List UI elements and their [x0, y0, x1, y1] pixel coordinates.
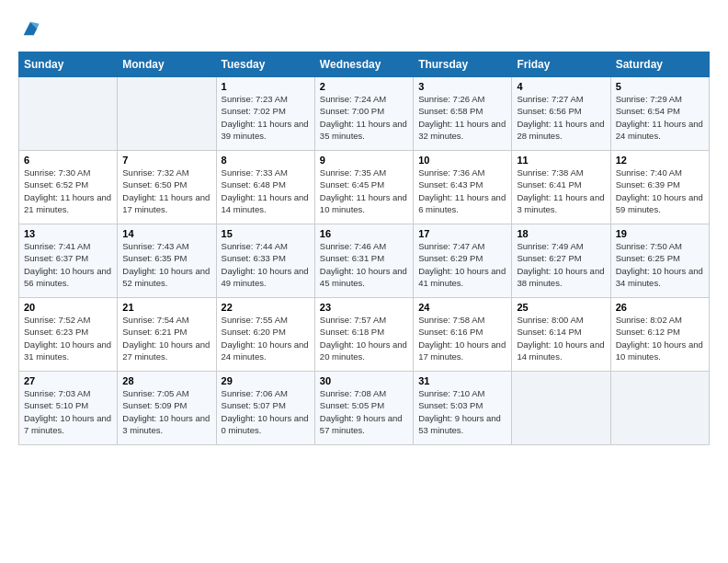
day-number: 6 — [24, 155, 112, 166]
day-detail: Sunrise: 7:57 AM Sunset: 6:18 PM Dayligh… — [320, 314, 408, 362]
day-header: Monday — [118, 52, 216, 77]
calendar-cell: 31Sunrise: 7:10 AM Sunset: 5:03 PM Dayli… — [414, 372, 512, 445]
day-detail: Sunrise: 7:50 AM Sunset: 6:25 PM Dayligh… — [616, 240, 704, 289]
day-detail: Sunrise: 8:00 AM Sunset: 6:14 PM Dayligh… — [517, 314, 605, 362]
day-detail: Sunrise: 7:46 AM Sunset: 6:31 PM Dayligh… — [320, 240, 408, 289]
day-detail: Sunrise: 7:10 AM Sunset: 5:03 PM Dayligh… — [418, 387, 506, 436]
day-number: 25 — [517, 302, 605, 313]
day-detail: Sunrise: 7:08 AM Sunset: 5:05 PM Dayligh… — [320, 387, 408, 436]
day-number: 29 — [222, 375, 310, 386]
day-number: 21 — [122, 302, 210, 313]
day-number: 24 — [418, 302, 506, 313]
day-header: Friday — [512, 52, 610, 77]
day-detail: Sunrise: 7:38 AM Sunset: 6:41 PM Dayligh… — [517, 167, 605, 215]
day-number: 4 — [517, 81, 605, 92]
calendar-cell: 8Sunrise: 7:33 AM Sunset: 6:48 PM Daylig… — [216, 151, 314, 224]
calendar-cell: 26Sunrise: 8:02 AM Sunset: 6:12 PM Dayli… — [610, 298, 709, 372]
calendar-cell: 2Sunrise: 7:24 AM Sunset: 7:00 PM Daylig… — [314, 77, 413, 151]
day-detail: Sunrise: 7:23 AM Sunset: 7:02 PM Dayligh… — [222, 93, 310, 142]
day-detail: Sunrise: 7:41 AM Sunset: 6:37 PM Dayligh… — [24, 240, 112, 289]
day-number: 9 — [320, 155, 408, 166]
calendar-week-row: 1Sunrise: 7:23 AM Sunset: 7:02 PM Daylig… — [19, 77, 710, 151]
calendar-cell: 15Sunrise: 7:44 AM Sunset: 6:33 PM Dayli… — [216, 224, 314, 298]
day-detail: Sunrise: 7:52 AM Sunset: 6:23 PM Dayligh… — [24, 314, 112, 362]
calendar-cell: 14Sunrise: 7:43 AM Sunset: 6:35 PM Dayli… — [118, 224, 216, 298]
calendar-cell: 18Sunrise: 7:49 AM Sunset: 6:27 PM Dayli… — [512, 224, 610, 298]
day-detail: Sunrise: 7:43 AM Sunset: 6:35 PM Dayligh… — [122, 240, 210, 289]
day-number: 1 — [222, 81, 310, 92]
day-detail: Sunrise: 7:33 AM Sunset: 6:48 PM Dayligh… — [222, 167, 310, 215]
calendar-cell: 19Sunrise: 7:50 AM Sunset: 6:25 PM Dayli… — [610, 224, 709, 298]
logo-icon — [20, 18, 40, 39]
day-number: 23 — [320, 302, 408, 313]
calendar-cell: 5Sunrise: 7:29 AM Sunset: 6:54 PM Daylig… — [610, 77, 709, 151]
day-number: 13 — [24, 228, 112, 239]
day-number: 7 — [122, 155, 210, 166]
day-detail: Sunrise: 7:32 AM Sunset: 6:50 PM Dayligh… — [122, 167, 210, 215]
day-number: 8 — [222, 155, 310, 166]
calendar-cell: 10Sunrise: 7:36 AM Sunset: 6:43 PM Dayli… — [414, 151, 512, 224]
day-detail: Sunrise: 7:24 AM Sunset: 7:00 PM Dayligh… — [320, 93, 408, 142]
day-detail: Sunrise: 7:36 AM Sunset: 6:43 PM Dayligh… — [418, 167, 506, 215]
day-number: 10 — [418, 155, 506, 166]
day-number: 5 — [616, 81, 704, 92]
day-detail: Sunrise: 7:54 AM Sunset: 6:21 PM Dayligh… — [122, 314, 210, 362]
day-number: 2 — [320, 81, 408, 92]
day-number: 28 — [122, 375, 210, 386]
day-detail: Sunrise: 7:03 AM Sunset: 5:10 PM Dayligh… — [24, 387, 112, 436]
day-detail: Sunrise: 7:47 AM Sunset: 6:29 PM Dayligh… — [418, 240, 506, 289]
day-detail: Sunrise: 7:05 AM Sunset: 5:09 PM Dayligh… — [122, 387, 210, 436]
calendar-cell: 4Sunrise: 7:27 AM Sunset: 6:56 PM Daylig… — [512, 77, 610, 151]
day-detail: Sunrise: 7:06 AM Sunset: 5:07 PM Dayligh… — [222, 387, 310, 436]
day-number: 26 — [616, 302, 704, 313]
day-header: Tuesday — [216, 52, 314, 77]
calendar-cell — [512, 372, 610, 445]
day-detail: Sunrise: 7:55 AM Sunset: 6:20 PM Dayligh… — [222, 314, 310, 362]
calendar-cell: 30Sunrise: 7:08 AM Sunset: 5:05 PM Dayli… — [314, 372, 413, 445]
calendar-cell: 20Sunrise: 7:52 AM Sunset: 6:23 PM Dayli… — [19, 298, 118, 372]
calendar-cell: 16Sunrise: 7:46 AM Sunset: 6:31 PM Dayli… — [314, 224, 413, 298]
calendar-cell: 9Sunrise: 7:35 AM Sunset: 6:45 PM Daylig… — [314, 151, 413, 224]
calendar-cell: 23Sunrise: 7:57 AM Sunset: 6:18 PM Dayli… — [314, 298, 413, 372]
calendar-week-row: 27Sunrise: 7:03 AM Sunset: 5:10 PM Dayli… — [19, 372, 710, 445]
calendar-header-row: SundayMondayTuesdayWednesdayThursdayFrid… — [19, 52, 710, 77]
calendar-cell: 1Sunrise: 7:23 AM Sunset: 7:02 PM Daylig… — [216, 77, 314, 151]
day-number: 3 — [418, 81, 506, 92]
day-header: Sunday — [19, 52, 118, 77]
calendar-cell: 6Sunrise: 7:30 AM Sunset: 6:52 PM Daylig… — [19, 151, 118, 224]
calendar-cell: 17Sunrise: 7:47 AM Sunset: 6:29 PM Dayli… — [414, 224, 512, 298]
calendar-cell — [19, 77, 118, 151]
day-number: 19 — [616, 228, 704, 239]
day-detail: Sunrise: 7:40 AM Sunset: 6:39 PM Dayligh… — [616, 167, 704, 215]
day-detail: Sunrise: 7:35 AM Sunset: 6:45 PM Dayligh… — [320, 167, 408, 215]
calendar-cell: 13Sunrise: 7:41 AM Sunset: 6:37 PM Dayli… — [19, 224, 118, 298]
calendar-cell: 22Sunrise: 7:55 AM Sunset: 6:20 PM Dayli… — [216, 298, 314, 372]
calendar-cell: 21Sunrise: 7:54 AM Sunset: 6:21 PM Dayli… — [118, 298, 216, 372]
day-detail: Sunrise: 7:30 AM Sunset: 6:52 PM Dayligh… — [24, 167, 112, 215]
day-number: 31 — [418, 375, 506, 386]
calendar-cell — [118, 77, 216, 151]
day-detail: Sunrise: 7:49 AM Sunset: 6:27 PM Dayligh… — [517, 240, 605, 289]
calendar-cell: 25Sunrise: 8:00 AM Sunset: 6:14 PM Dayli… — [512, 298, 610, 372]
day-number: 14 — [122, 228, 210, 239]
day-detail: Sunrise: 7:44 AM Sunset: 6:33 PM Dayligh… — [222, 240, 310, 289]
day-number: 11 — [517, 155, 605, 166]
calendar-week-row: 20Sunrise: 7:52 AM Sunset: 6:23 PM Dayli… — [19, 298, 710, 372]
day-number: 20 — [24, 302, 112, 313]
day-number: 30 — [320, 375, 408, 386]
calendar-cell: 7Sunrise: 7:32 AM Sunset: 6:50 PM Daylig… — [118, 151, 216, 224]
calendar-table: SundayMondayTuesdayWednesdayThursdayFrid… — [18, 52, 710, 445]
calendar-page: SundayMondayTuesdayWednesdayThursdayFrid… — [0, 0, 728, 563]
day-number: 16 — [320, 228, 408, 239]
day-number: 27 — [24, 375, 112, 386]
header — [18, 18, 710, 39]
calendar-cell: 11Sunrise: 7:38 AM Sunset: 6:41 PM Dayli… — [512, 151, 610, 224]
day-detail: Sunrise: 8:02 AM Sunset: 6:12 PM Dayligh… — [616, 314, 704, 362]
day-header: Wednesday — [314, 52, 413, 77]
day-header: Thursday — [414, 52, 512, 77]
calendar-week-row: 6Sunrise: 7:30 AM Sunset: 6:52 PM Daylig… — [19, 151, 710, 224]
day-detail: Sunrise: 7:29 AM Sunset: 6:54 PM Dayligh… — [616, 93, 704, 142]
day-number: 15 — [222, 228, 310, 239]
logo — [18, 18, 40, 39]
day-number: 17 — [418, 228, 506, 239]
